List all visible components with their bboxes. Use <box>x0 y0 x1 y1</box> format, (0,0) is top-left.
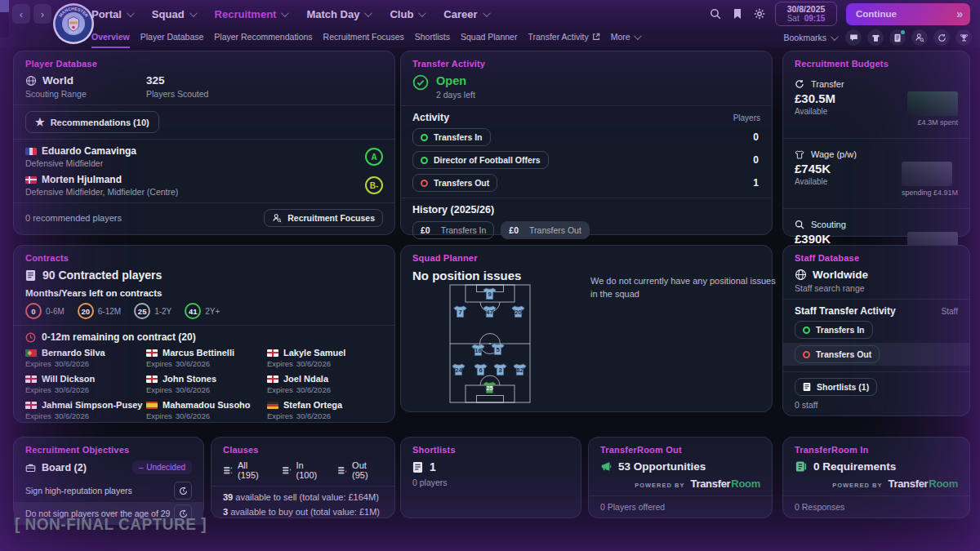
pitch-shirt: 82 <box>514 364 526 375</box>
staff-transfers-in-row[interactable]: Transfers In <box>795 321 958 339</box>
contract-badge-2y-plus[interactable]: 41 2Y+ <box>185 303 220 319</box>
date-value: 30/8/2025 <box>787 4 826 14</box>
staff-transfers-out-row[interactable]: Transfers Out <box>783 343 969 366</box>
powered-by-transferroom: POWERED BY TransferRoom <box>795 478 958 490</box>
contract-badge-1-2y[interactable]: 25 1-2Y <box>134 303 172 319</box>
gear-icon[interactable] <box>753 7 766 20</box>
transfer-window-status: Open <box>436 74 475 87</box>
transfers-out-chip[interactable]: Transfers Out <box>412 174 497 192</box>
contract-badge-6-12m[interactable]: 20 6-12M <box>78 303 121 319</box>
activity-row[interactable]: Transfers In 0 <box>412 128 760 146</box>
contract-cell[interactable]: John StonesExpires30/6/2026 <box>146 374 267 394</box>
chat-icon[interactable] <box>845 29 862 46</box>
panel-shortlists[interactable]: Shortlists 1 0 players <box>400 437 581 518</box>
contracted-players-count: 90 Contracted players <box>42 269 162 282</box>
tab-shortlists[interactable]: Shortlists <box>415 32 450 43</box>
panel-player-database[interactable]: Player Database World Scouting Range 325… <box>13 51 395 235</box>
nav-portal[interactable]: Portal <box>91 8 132 20</box>
objective-row[interactable]: Sign high-reputation players <box>25 479 192 502</box>
inbox-notes-icon[interactable] <box>889 29 906 46</box>
history-header: History (2025/26) <box>412 204 494 216</box>
budget-item-transfer[interactable]: Transfer £30.5M Available £4.3M spent <box>795 74 958 132</box>
nation-flag <box>267 349 278 357</box>
history-transfers-in-button[interactable]: £0Transfers In <box>412 221 494 239</box>
tab-overview[interactable]: Overview <box>91 32 130 43</box>
contract-cell[interactable]: Bernardo SilvaExpires30/6/2026 <box>25 348 146 368</box>
staff-activity-header: Staff Transfer Activity <box>795 305 896 317</box>
transfer-budget-icon <box>795 79 804 89</box>
panel-recruitment-objectives[interactable]: Recruitment Objectives Board (2) – Undec… <box>13 437 204 518</box>
divider <box>14 202 394 203</box>
panel-title: TransferRoom In <box>795 445 958 455</box>
panel-transferroom-out[interactable]: TransferRoom Out 53 Opportunities POWERE… <box>588 437 773 518</box>
player-name: Morten Hjulmand <box>42 174 122 185</box>
nation-flag <box>146 402 158 409</box>
position-issues-note: We do not currently have any positional … <box>590 275 778 301</box>
recommendations-button[interactable]: ★ Recommendations (10) <box>25 111 159 133</box>
staff-transfers-in-chip[interactable]: Transfers In <box>795 321 873 339</box>
continue-button[interactable]: Continue » <box>846 3 970 25</box>
objective-history-button[interactable] <box>174 482 192 500</box>
scouting-range-value: World <box>42 74 74 87</box>
nav-recruitment[interactable]: Recruitment <box>215 8 287 20</box>
history-transfers-out-button[interactable]: £0Transfers Out <box>501 221 589 239</box>
tab-squad-planner[interactable]: Squad Planner <box>461 32 517 43</box>
bookmark-icon[interactable] <box>731 7 744 20</box>
tab-player-recommendations[interactable]: Player Recommendations <box>214 32 312 43</box>
nav-squad[interactable]: Squad <box>152 8 195 20</box>
players-scouted-label: Players Scouted <box>146 89 208 99</box>
contract-badge-0-6m[interactable]: 0 0-6M <box>25 303 65 319</box>
tab-transfer-activity[interactable]: Transfer Activity <box>528 32 599 43</box>
nav-match-day[interactable]: Match Day <box>306 8 370 20</box>
transfers-sync-icon[interactable] <box>933 29 950 46</box>
contract-cell[interactable]: Marcus BettinelliExpires30/6/2026 <box>146 348 267 368</box>
contract-cell[interactable]: Joel NdalaExpires30/6/2026 <box>267 374 383 394</box>
club-badge[interactable]: MANCHESTER CITY <box>52 2 95 45</box>
panel-title: TransferRoom Out <box>600 445 760 455</box>
scouting-icon[interactable] <box>911 29 928 46</box>
clauses-filter-out[interactable]: Out (95) <box>337 460 383 480</box>
nav-career[interactable]: Career <box>443 8 488 20</box>
nav-club[interactable]: Club <box>390 8 424 20</box>
panel-squad-planner[interactable]: Squad Planner No position issues We do n… <box>400 245 773 412</box>
forward-button[interactable]: › <box>33 4 51 24</box>
recommended-player-row[interactable]: Eduardo Camavinga Defensive Midfielder A <box>25 145 383 168</box>
bookmarks-dropdown[interactable]: Bookmarks <box>783 33 836 42</box>
panel-transfer-activity[interactable]: Transfer Activity Open 2 days left Activ… <box>400 51 773 235</box>
search-icon[interactable] <box>709 7 722 20</box>
contract-cell[interactable]: Lakyle SamuelExpires30/6/2026 <box>267 348 383 368</box>
transfers-in-chip[interactable]: Transfers In <box>412 128 491 146</box>
panel-staff-database[interactable]: Staff Database Worldwide Staff search ra… <box>782 245 970 416</box>
tab-player-database[interactable]: Player Database <box>140 32 204 43</box>
tab-recruitment-focuses[interactable]: Recruitment Focuses <box>323 32 404 43</box>
recruitment-focuses-button[interactable]: Recruitment Focuses <box>264 209 383 227</box>
tab-more[interactable]: More <box>611 32 639 43</box>
budget-item-wage[interactable]: Wage (p/w) £745K Available spending £4.9… <box>795 144 958 202</box>
fm-recruitment-overview: ‹ › MANCHESTER CITY <box>0 0 980 551</box>
contract-cell[interactable]: Jahmai Simpson-PuseyExpires30/6/2026 <box>25 400 146 420</box>
clauses-filter-all[interactable]: All (195) <box>223 460 270 480</box>
dof-offers-chip[interactable]: Director of Football Offers <box>412 151 549 169</box>
trophy-icon[interactable] <box>956 29 972 46</box>
svg-text:9: 9 <box>488 291 491 298</box>
game-date[interactable]: 30/8/2025 Sat 09:15 <box>775 2 837 26</box>
contract-cell[interactable]: Stefan OrtegaExpires30/6/2026 <box>267 400 383 420</box>
panel-recruitment-budgets[interactable]: Recruitment Budgets Transfer £30.5M Avai… <box>782 51 970 237</box>
panel-contracts[interactable]: Contracts 90 Contracted players Months/Y… <box>13 245 395 423</box>
formation-pitch[interactable]: 9 7 47 20 16 5 24 6 3 82 25 <box>449 284 531 403</box>
staff-transfers-out-chip[interactable]: Transfers Out <box>795 345 880 363</box>
back-button[interactable]: ‹ <box>12 4 30 24</box>
staff-shortlists-button[interactable]: Shortlists (1) <box>795 378 877 396</box>
sub-nav-right: Bookmarks <box>783 29 980 46</box>
contract-cell[interactable]: Mahamadou SusohoExpires30/6/2026 <box>146 400 267 420</box>
kit-shirt-icon[interactable] <box>867 29 884 46</box>
clauses-filter-in[interactable]: In (100) <box>282 460 326 480</box>
activity-row[interactable]: Transfers Out 1 <box>412 174 760 192</box>
contract-cell[interactable]: Will DicksonExpires30/6/2026 <box>25 374 146 394</box>
activity-row[interactable]: Director of Football Offers 0 <box>412 151 760 169</box>
panel-clauses[interactable]: Clauses All (195) In (100) Out (95) <box>211 437 395 518</box>
panel-transferroom-in[interactable]: TransferRoom In 0 Requirements POWERED B… <box>782 437 970 518</box>
recommended-player-row[interactable]: Morten Hjulmand Defensive Midfielder, Mi… <box>25 174 383 197</box>
divider <box>783 371 969 372</box>
panel-title: Contracts <box>25 253 383 263</box>
